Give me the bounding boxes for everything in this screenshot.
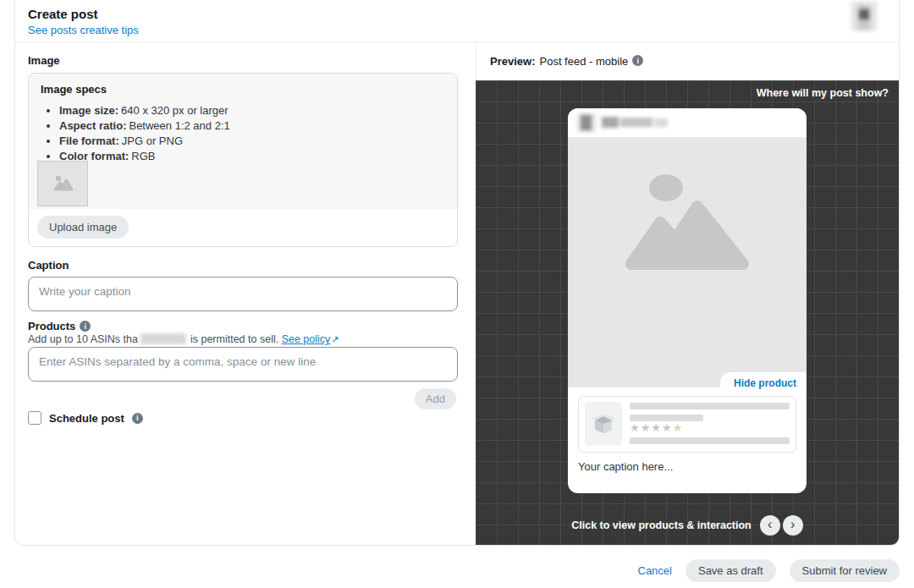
submit-for-review-button[interactable]: Submit for review: [790, 559, 900, 582]
add-products-button[interactable]: Add: [415, 388, 456, 409]
avatar-blur-layer: [581, 115, 592, 130]
chevron-right-icon: ›: [790, 518, 795, 531]
product-thumbnail: [585, 402, 622, 446]
image-specs-container: Image specs Image size:640 x 320 px or l…: [28, 73, 458, 247]
redacted-brand-name: [140, 333, 186, 344]
carousel-hint-text: Click to view products & interaction: [571, 519, 752, 531]
star-icon: ★: [662, 421, 673, 434]
create-post-page: Create post See posts creative tips Imag…: [0, 0, 914, 588]
star-icon: ★: [641, 421, 652, 434]
logo-blur-layer: [859, 9, 869, 19]
preview-product-card: ★★★★★: [578, 396, 796, 453]
chevron-left-icon: ‹: [768, 518, 772, 531]
preview-panel: Preview: Post feed - mobile i Where will…: [476, 42, 899, 545]
see-policy-link[interactable]: See policy: [282, 333, 331, 345]
where-post-show-link[interactable]: Where will my post show?: [757, 87, 889, 99]
preview-caption-text: Your caption here...: [578, 460, 796, 473]
preview-image-placeholder: Hide product: [568, 137, 807, 387]
preview-header: Preview: Post feed - mobile i: [476, 42, 899, 80]
placeholder-bar: [630, 415, 703, 421]
image-placeholder-icon: [51, 174, 74, 193]
image-placeholder-icon: [619, 169, 755, 275]
spec-item: File format:JPG or PNG: [59, 134, 445, 149]
product-text-placeholders: ★★★★★: [630, 402, 790, 447]
schedule-post-checkbox[interactable]: [28, 411, 41, 425]
spec-item: Aspect ratio:Between 1:2 and 2:1: [59, 118, 445, 134]
redacted-brand-name: [602, 117, 668, 128]
image-section-label: Image: [28, 54, 60, 67]
image-specs-title: Image specs: [41, 83, 445, 96]
preview-post-body: ★★★★★ Your caption here...: [568, 387, 807, 473]
carousel-buttons: ‹ ›: [760, 515, 803, 536]
avatar: [576, 113, 597, 133]
schedule-post-row: Schedule post i: [28, 411, 143, 425]
spec-item: Image size:640 x 320 px or larger: [59, 103, 445, 118]
caption-label: Caption: [28, 259, 69, 272]
carousel-prev-button[interactable]: ‹: [760, 515, 780, 536]
image-specs-list: Image size:640 x 320 px or larger Aspect…: [41, 103, 445, 164]
products-info-icon[interactable]: i: [80, 321, 91, 332]
asin-input[interactable]: [28, 347, 458, 382]
preview-carousel-controls: Click to view products & interaction ‹ ›: [476, 515, 899, 536]
star-icon: ★: [651, 421, 662, 434]
star-icon: ★: [630, 421, 641, 434]
mobile-post-preview: Hide product: [568, 108, 807, 493]
products-label: Products: [28, 320, 75, 332]
external-link-icon[interactable]: ↗: [331, 334, 339, 345]
products-label-row: Products i: [28, 320, 91, 332]
upload-image-button[interactable]: Upload image: [37, 216, 129, 239]
preview-label: Preview:: [490, 55, 535, 68]
image-thumbnail-placeholder: [37, 161, 88, 206]
spec-item: Color format:RGB: [59, 149, 445, 164]
post-form: Image Image specs Image size:640 x 320 p…: [28, 42, 458, 545]
preview-post-header: [568, 108, 807, 137]
cancel-button[interactable]: Cancel: [638, 564, 672, 577]
page-title: Create post: [28, 7, 98, 21]
carousel-next-button[interactable]: ›: [783, 515, 803, 536]
star-rating: ★★★★★: [630, 422, 790, 434]
footer-actions: Cancel Save as draft Submit for review: [638, 559, 900, 582]
hide-product-link[interactable]: Hide product: [734, 377, 796, 389]
products-helper-text: Add up to 10 ASINs thais permitted to se…: [28, 333, 339, 345]
schedule-info-icon[interactable]: i: [132, 413, 143, 424]
caption-input[interactable]: [28, 277, 458, 311]
preview-info-icon[interactable]: i: [632, 55, 643, 66]
preview-stage: Where will my post show?: [476, 80, 899, 545]
image-specs-box: Image specs Image size:640 x 320 px or l…: [29, 74, 457, 209]
star-icon: ★: [673, 421, 684, 434]
placeholder-bar: [630, 437, 790, 444]
product-box-icon: [592, 413, 615, 435]
create-post-panel: Create post See posts creative tips Imag…: [14, 0, 900, 546]
creative-tips-link[interactable]: See posts creative tips: [28, 24, 139, 36]
schedule-post-label: Schedule post: [49, 412, 124, 425]
placeholder-bar: [630, 403, 790, 409]
preview-mode: Post feed - mobile: [539, 55, 628, 68]
save-as-draft-button[interactable]: Save as draft: [686, 559, 776, 582]
hide-product-tab: Hide product: [720, 372, 807, 387]
brand-logo-redacted: [848, 2, 880, 34]
panel-header: Create post See posts creative tips: [15, 0, 899, 42]
